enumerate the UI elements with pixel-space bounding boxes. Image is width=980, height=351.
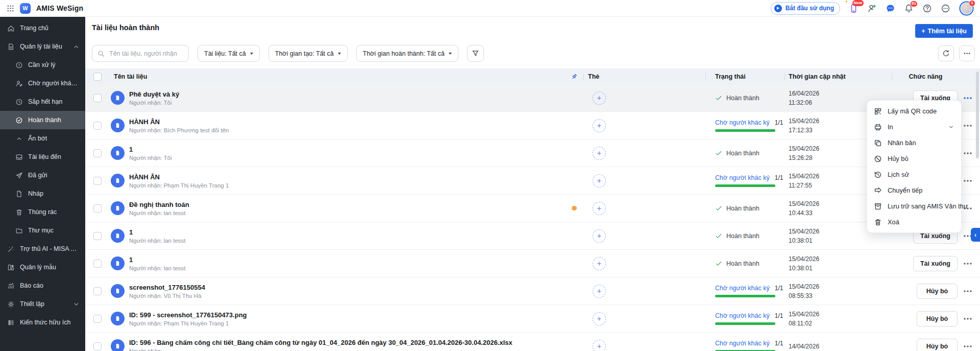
user-avatar[interactable]: 1 [961,3,972,14]
status-waiting-link[interactable]: Chờ người khác ký [715,119,770,126]
menu-item-xoa[interactable]: Xoá [867,214,961,230]
row-checkbox[interactable] [93,260,102,268]
row-checkbox[interactable] [93,204,102,213]
row-checkbox[interactable] [93,149,102,157]
header-pin[interactable] [565,73,583,80]
more-options-button[interactable] [941,4,950,13]
collapse-panel-tab[interactable]: ‹ [971,228,980,242]
scrollbar-thumb[interactable] [976,72,979,158]
document-name[interactable]: HÀNH ÂN [129,118,229,126]
invite-user-button[interactable] [867,4,877,13]
status-waiting-link[interactable]: Chờ người khác ký [715,340,770,347]
filter-funnel-button[interactable] [467,45,484,62]
menu-item-chuyen-tiep[interactable]: Chuyển tiếp [867,182,961,198]
menu-item-luu-tru-sang-amis-van-thu[interactable]: Lưu trữ sang AMIS Văn thư [867,198,961,214]
add-tag-button[interactable] [593,174,606,188]
sidebar-item-nhap[interactable]: Nháp [0,184,85,203]
toolbar-more-button[interactable] [959,45,975,61]
row-status-cell: Chờ người khác ký1/1 [705,312,785,325]
add-tag-button[interactable] [593,229,606,243]
document-name[interactable]: Đề nghị thanh toán [129,201,189,208]
sidebar-item-tai-lieu-den[interactable]: Tài liệu đến [0,148,85,166]
cancel-button[interactable]: Hủy bỏ [917,339,958,351]
row-checkbox[interactable] [93,122,102,130]
add-tag-button[interactable] [593,202,606,215]
add-tag-button[interactable] [593,285,606,298]
document-name[interactable]: Phê duyệt và ký [129,90,179,98]
row-more-button[interactable] [963,286,973,296]
app-grid-icon[interactable] [7,5,14,12]
search-input[interactable] [108,50,183,58]
menu-item-huy-bo[interactable]: Hủy bỏ [867,151,961,167]
sidebar-item-thung-rac[interactable]: Thùng rác [0,203,85,221]
row-checkbox[interactable] [93,342,102,350]
add-tag-button[interactable] [593,340,606,351]
sidebar-item-tro-thu-ai-misa-ava[interactable]: Trợ thủ AI - MISA AVA [0,240,85,258]
row-more-button[interactable] [963,259,973,269]
cancel-button[interactable]: Hủy bỏ [917,284,958,299]
row-more-button[interactable] [963,176,973,186]
sidebar-item-cho-nguoi-khac-ky[interactable]: Chờ người khác ký [0,74,85,92]
add-tag-button[interactable] [593,147,606,160]
add-tag-button[interactable] [593,91,606,105]
row-more-button[interactable] [963,93,973,103]
sidebar-item-can-xu-ly[interactable]: Cần xử lý [0,56,85,74]
document-name[interactable]: 1 [129,228,186,236]
row-more-button[interactable] [963,314,973,324]
filter-dropdown-tai-lieu[interactable]: Tài liệu: Tất cả [198,45,260,62]
doc-white-icon [114,260,121,267]
row-checkbox[interactable] [93,94,102,102]
menu-item-lich-su[interactable]: Lịch sử [867,167,961,182]
sidebar-item-kien-thuc-huu-ich[interactable]: Kiến thức hữu ích [0,313,85,332]
row-more-button[interactable] [963,148,973,158]
add-tag-button[interactable] [593,119,606,132]
status-waiting-link[interactable]: Chờ người khác ký [715,285,770,292]
document-name[interactable]: screenshot_1776150554 [129,284,205,291]
row-checkbox[interactable] [93,315,102,323]
add-tag-button[interactable] [593,257,606,270]
row-more-button[interactable] [963,121,973,131]
sidebar-item-da-gui[interactable]: Đã gửi [0,166,85,184]
filter-dropdown-thoi-gian-hoan-thanh[interactable]: Thời gian hoàn thành: Tất cả [356,45,458,62]
mobile-app-icon[interactable]: ✦ New [849,4,859,13]
document-name[interactable]: HÀNH ÂN [129,173,229,181]
menu-item-nhan-ban[interactable]: Nhân bản [867,135,961,151]
add-tag-button[interactable] [593,312,606,325]
header-tag: Thẻ [583,73,705,80]
sidebar: Trang chủQuản lý tài liệuCần xử lýChờ ng… [0,17,85,351]
row-checkbox[interactable] [93,287,102,295]
vertical-scrollbar[interactable] [976,72,979,347]
status-waiting-link[interactable]: Chờ người khác ký [715,174,770,181]
row-more-button[interactable] [963,341,973,351]
document-name[interactable]: 1 [129,146,172,153]
status-waiting-link[interactable]: Chờ người khác ký [715,312,770,319]
row-checkbox[interactable] [93,232,102,240]
download-button[interactable]: Tải xuống [913,256,958,271]
sidebar-item-thu-muc[interactable]: Thư mục [0,221,85,240]
start-using-button[interactable]: Bắt đầu sử dụng [771,2,840,15]
document-name[interactable]: ID: 596 - Bảng chấm công chi tiết_Bảng c… [129,339,512,346]
document-recipient: Người nhận: lan tesst [129,238,186,244]
sidebar-item-hoan-thanh[interactable]: Hoàn thành [0,111,85,129]
add-document-button[interactable]: + Thêm tài liệu [915,24,973,38]
cancel-button[interactable]: Hủy bỏ [917,311,958,326]
sidebar-item-trang-chu[interactable]: Trang chủ [0,19,85,37]
notifications-button[interactable]: 81 [904,4,914,13]
menu-item-lay-ma-qr-code[interactable]: Lấy mã QR code [867,103,961,119]
help-button[interactable] [922,4,932,13]
search-box[interactable] [92,45,189,62]
document-name[interactable]: ID: 599 - screenshot_1776150473.png [129,311,247,319]
filter-dropdown-thoi-gian-tao[interactable]: Thời gian tạo: Tất cả [268,45,348,62]
sidebar-item-bao-cao[interactable]: Báo cáo [0,276,85,295]
menu-item-in[interactable]: In [867,119,961,135]
sidebar-item-sap-het-han[interactable]: Sắp hết hạn [0,92,85,111]
select-all-checkbox[interactable] [93,73,102,81]
sidebar-item-quan-ly-mau[interactable]: Quản lý mẫu [0,258,85,276]
row-checkbox[interactable] [93,177,102,185]
sidebar-item-quan-ly-tai-lieu[interactable]: Quản lý tài liệu [0,37,85,56]
refresh-button[interactable] [938,45,954,61]
document-name[interactable]: 1 [129,256,186,264]
sidebar-item-thiet-lap[interactable]: Thiết lập [0,295,85,313]
chat-button[interactable] [886,4,895,13]
sidebar-item-an-bot[interactable]: Ẩn bớt [0,129,85,148]
